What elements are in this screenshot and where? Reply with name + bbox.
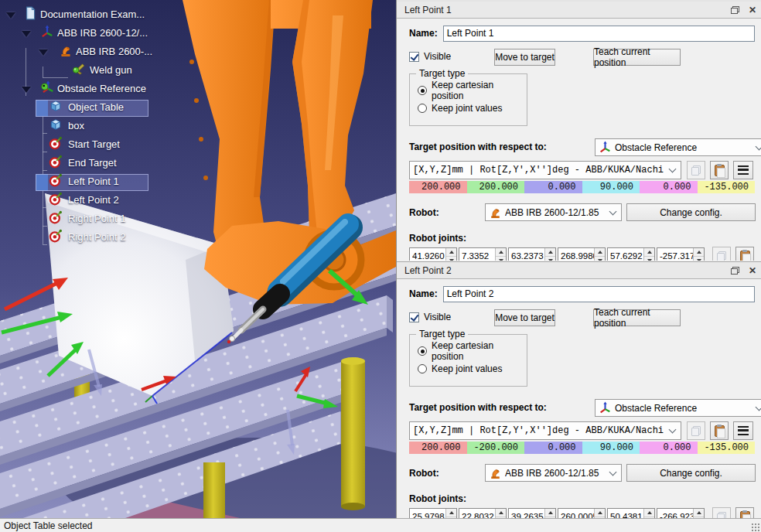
tree-item-robot[interactable]: ABB IRB 2600-...	[0, 43, 217, 62]
pose-format-combo[interactable]: [X,Y,Z]mm | Rot[Z,Y',X'']deg - ABB/KUKA/…	[409, 161, 681, 179]
tree-item-right-point-2[interactable]: Right Point 2	[0, 229, 217, 247]
spin-up-button[interactable]	[694, 509, 704, 517]
joint-1-input[interactable]	[410, 248, 445, 261]
tree-item-right-point-1[interactable]: Right Point 1	[0, 210, 217, 229]
expand-arrow-icon[interactable]	[6, 12, 15, 19]
expand-arrow-icon[interactable]	[22, 87, 31, 93]
robot-combo[interactable]: ABB IRB 2600-12/1.85	[485, 464, 622, 482]
joint-5-input[interactable]	[608, 509, 643, 519]
pose-value-ry[interactable]: 0.000	[640, 442, 698, 454]
joint-6-spinbox[interactable]	[657, 247, 705, 261]
name-input[interactable]	[443, 286, 755, 302]
tree-item-object-table[interactable]: Object Table	[0, 99, 217, 118]
panel-titlebar[interactable]: Left Point 1 ✕	[397, 2, 761, 19]
copy-pose-button[interactable]	[687, 421, 705, 440]
joint-2-input[interactable]	[459, 248, 495, 261]
joint-3-input[interactable]	[509, 509, 544, 519]
pose-value-x[interactable]: 200.000	[409, 442, 467, 454]
joint-1-spinbox[interactable]	[409, 508, 457, 519]
3d-viewport[interactable]: Documentation Exam... ABB IRB 2600-12/..…	[0, 0, 396, 518]
move-to-target-button[interactable]: Move to target	[494, 49, 555, 66]
pose-menu-button[interactable]	[733, 421, 753, 440]
tree-item-robot-frame[interactable]: ABB IRB 2600-12/...	[0, 25, 217, 43]
spin-down-button[interactable]	[644, 257, 654, 261]
joint-3-spinbox[interactable]	[508, 247, 556, 261]
joint-6-spinbox[interactable]	[657, 508, 705, 519]
pose-value-ry[interactable]: 0.000	[640, 181, 698, 193]
reference-frame-combo[interactable]: Obstacle Reference	[595, 399, 761, 417]
spin-up-button[interactable]	[496, 248, 506, 257]
spin-down-button[interactable]	[595, 257, 605, 261]
tree-item-left-point-2[interactable]: Left Point 2	[0, 192, 217, 210]
spin-up-button[interactable]	[446, 509, 456, 517]
joint-5-spinbox[interactable]	[607, 508, 655, 519]
joint-4-input[interactable]	[558, 509, 594, 519]
radio-icon[interactable]	[418, 346, 427, 356]
pose-value-z[interactable]: 0.000	[524, 181, 582, 193]
spin-down-button[interactable]	[694, 257, 704, 261]
spin-up-button[interactable]	[496, 509, 506, 517]
tree-item-start-target[interactable]: Start Target	[0, 136, 217, 155]
joint-5-spinbox[interactable]	[607, 247, 655, 261]
pose-menu-button[interactable]	[733, 161, 753, 179]
joint-1-spinbox[interactable]	[409, 247, 457, 261]
expand-arrow-icon[interactable]	[22, 31, 31, 37]
joint-4-spinbox[interactable]	[558, 247, 606, 261]
reference-frame-combo[interactable]: Obstacle Reference	[595, 138, 761, 156]
tree-item-weld-gun[interactable]: Weld gun	[0, 62, 217, 80]
pose-value-x[interactable]: 200.000	[409, 181, 467, 193]
float-icon[interactable]	[731, 6, 739, 14]
pose-value-rz[interactable]: 90.000	[582, 181, 640, 193]
pose-format-combo[interactable]: [X,Y,Z]mm | Rot[Z,Y',X'']deg - ABB/KUKA/…	[409, 421, 681, 440]
joint-3-spinbox[interactable]	[508, 508, 556, 519]
pose-value-rx[interactable]: -135.000	[698, 442, 756, 454]
joint-2-input[interactable]	[459, 509, 495, 519]
resize-grip[interactable]	[751, 523, 759, 531]
paste-joints-button[interactable]	[735, 507, 754, 518]
teach-current-position-button[interactable]: Teach current position	[593, 49, 681, 66]
spin-up-button[interactable]	[446, 248, 456, 257]
pose-value-y[interactable]: -200.000	[467, 442, 525, 454]
radio-icon[interactable]	[418, 364, 427, 373]
tree-item-end-target[interactable]: End Target	[0, 155, 217, 173]
spin-up-button[interactable]	[644, 248, 654, 257]
pose-value-rz[interactable]: 90.000	[582, 442, 640, 454]
joint-2-spinbox[interactable]	[459, 247, 507, 261]
radio-keep-cartesian[interactable]: Keep cartesian position	[418, 84, 527, 97]
joint-4-spinbox[interactable]	[558, 508, 606, 519]
name-input[interactable]	[443, 26, 755, 42]
joint-3-input[interactable]	[509, 248, 544, 261]
spin-down-button[interactable]	[446, 257, 456, 261]
pose-value-rx[interactable]: -135.000	[698, 181, 756, 193]
paste-pose-button[interactable]	[710, 421, 729, 440]
tree-item-left-point-1[interactable]: Left Point 1	[0, 173, 217, 192]
float-icon[interactable]	[731, 267, 739, 275]
spin-up-button[interactable]	[545, 509, 555, 517]
spin-down-button[interactable]	[496, 257, 506, 261]
close-icon[interactable]: ✕	[749, 5, 756, 15]
spin-up-button[interactable]	[595, 509, 605, 517]
joint-6-input[interactable]	[657, 509, 693, 519]
copy-joints-button[interactable]	[712, 507, 731, 518]
spin-up-button[interactable]	[644, 509, 654, 517]
spin-up-button[interactable]	[694, 248, 704, 257]
paste-joints-button[interactable]	[735, 247, 754, 261]
close-icon[interactable]: ✕	[749, 266, 756, 275]
teach-current-position-button[interactable]: Teach current position	[593, 309, 681, 326]
radio-keep-joints[interactable]: Keep joint values	[418, 101, 527, 115]
expand-arrow-icon[interactable]	[39, 49, 48, 56]
robot-combo[interactable]: ABB IRB 2600-12/1.85	[485, 203, 622, 221]
copy-pose-button[interactable]	[687, 161, 705, 179]
joint-4-input[interactable]	[558, 248, 594, 261]
spin-down-button[interactable]	[545, 257, 555, 261]
tree-item-box[interactable]: box	[0, 118, 217, 136]
change-config-button[interactable]: Change config.	[626, 464, 756, 482]
paste-pose-button[interactable]	[710, 161, 729, 179]
joint-1-input[interactable]	[410, 509, 445, 519]
joint-2-spinbox[interactable]	[459, 508, 507, 519]
tree-item-obstacle-reference[interactable]: Obstacle Reference	[0, 80, 217, 99]
visible-checkbox[interactable]	[409, 52, 419, 62]
move-to-target-button[interactable]: Move to target	[494, 309, 555, 326]
radio-keep-joints[interactable]: Keep joint values	[418, 362, 527, 376]
spin-up-button[interactable]	[545, 248, 555, 257]
